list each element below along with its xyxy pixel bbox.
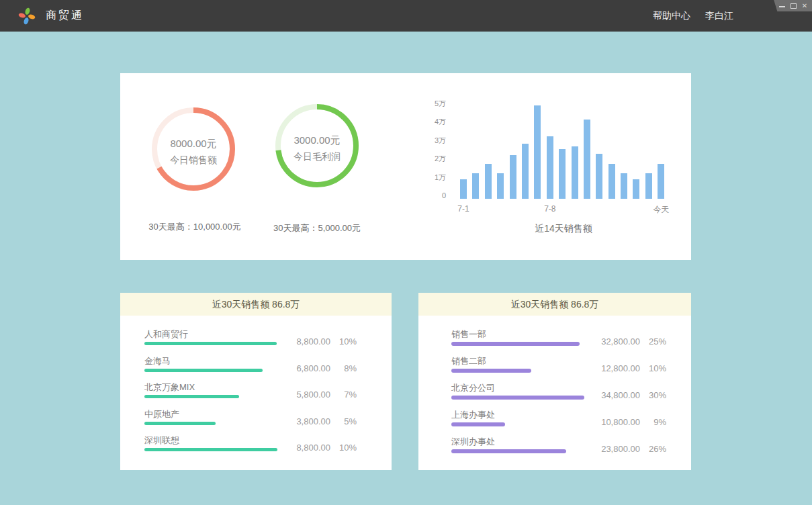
item-label: 金海马	[144, 355, 171, 367]
department-ranking-card: 近30天销售额 86.8万 销售一部32,800.0025%销售二部12,800…	[418, 293, 691, 470]
close-icon: ✕	[802, 3, 807, 9]
item-values: 32,800.0025%	[592, 336, 666, 347]
item-progress-bar	[451, 396, 584, 400]
daily-bar	[621, 173, 627, 199]
y-tick-label: 2万	[435, 154, 446, 163]
daily-bar	[472, 173, 479, 199]
title-bar: 商贸通 帮助中心 李白江 ✕	[0, 0, 812, 32]
today-sales-label: 今日销售额	[152, 154, 235, 167]
y-axis: 5万4万3万2万1万0	[430, 93, 446, 199]
daily-bar	[485, 164, 492, 199]
item-values: 5,800.007%	[282, 389, 357, 400]
list-item: 中原地产3,800.005%	[144, 408, 357, 434]
window-controls: ✕	[773, 0, 812, 11]
list-item: 深圳办事处23,800.0026%	[451, 435, 666, 462]
today-profit-value: 3000.00元	[275, 134, 359, 147]
topbar-right: 帮助中心 李白江	[653, 10, 733, 22]
app-window: { "window": { "app_title": "商贸通", "help_…	[0, 0, 812, 505]
chart-title: 近14天销售额	[460, 223, 667, 235]
item-percent: 10%	[646, 363, 666, 373]
item-progress-bar	[451, 342, 580, 346]
item-amount: 5,800.00	[282, 389, 330, 400]
item-percent: 10%	[336, 443, 357, 453]
item-progress-bar	[451, 369, 531, 373]
item-amount: 6,800.00	[282, 363, 330, 373]
list-item: 北京分公司34,800.0030%	[451, 381, 666, 408]
daily-bar	[510, 155, 516, 199]
item-progress-bar	[144, 369, 263, 372]
item-label: 北京分公司	[451, 382, 495, 394]
item-percent: 9%	[646, 417, 666, 427]
item-progress-bar	[144, 422, 216, 425]
daily-bars	[460, 98, 667, 199]
daily-bar	[559, 149, 566, 199]
daily-bar	[608, 164, 615, 199]
today-profit-donut: 3000.00元 今日毛利润	[275, 104, 359, 187]
y-tick-label: 5万	[435, 99, 446, 108]
customer-ranking-card: 近30天销售额 86.8万 人和商贸行8,800.0010%金海马6,800.0…	[120, 293, 392, 470]
overview-card: 8000.00元 今日销售额 30天最高：10,000.00元 3000.00元…	[120, 73, 691, 260]
item-values: 8,800.0010%	[282, 336, 357, 347]
minimize-button[interactable]	[778, 2, 785, 10]
item-values: 3,800.005%	[282, 416, 357, 426]
list-item: 人和商贸行8,800.0010%	[144, 328, 357, 355]
close-button[interactable]: ✕	[801, 2, 808, 10]
list-item: 上海办事处10,800.009%	[451, 408, 666, 435]
pinwheel-logo-icon	[18, 7, 36, 25]
x-tick-label: 今天	[653, 204, 669, 216]
today-sales-value: 8000.00元	[152, 138, 235, 150]
minimize-icon	[779, 6, 785, 7]
daily-bar	[584, 120, 590, 199]
daily-bar	[497, 173, 504, 199]
item-percent: 25%	[646, 336, 666, 347]
daily-bar	[633, 179, 639, 199]
card-header: 近30天销售额 86.8万	[120, 293, 392, 316]
item-label: 北京万象MIX	[144, 381, 195, 394]
y-tick-label: 4万	[435, 117, 446, 126]
item-percent: 8%	[336, 363, 357, 373]
list-item: 销售二部12,800.0010%	[451, 355, 666, 381]
customer-list: 人和商贸行8,800.0010%金海马6,800.008%北京万象MIX5,80…	[120, 316, 392, 461]
item-label: 上海办事处	[451, 409, 495, 421]
maximize-button[interactable]	[790, 2, 797, 10]
app-title: 商贸通	[46, 9, 84, 23]
item-progress-bar	[144, 395, 239, 398]
item-progress-bar	[451, 422, 505, 426]
list-item: 深圳联想8,800.0010%	[144, 434, 357, 461]
daily-bar	[522, 144, 529, 199]
item-progress-bar	[144, 448, 277, 451]
item-amount: 8,800.00	[282, 336, 330, 347]
list-item: 金海马6,800.008%	[144, 355, 357, 381]
x-axis: 7-17-8今天	[460, 204, 667, 214]
item-label: 销售一部	[451, 328, 486, 340]
item-values: 12,800.0010%	[592, 363, 666, 373]
item-amount: 8,800.00	[282, 443, 330, 453]
daily-bar	[645, 173, 652, 199]
item-values: 8,800.0010%	[282, 443, 357, 453]
daily-sales-chart: 5万4万3万2万1万0 7-17-8今天 近14天销售额	[430, 93, 685, 234]
item-amount: 34,800.00	[592, 390, 640, 400]
item-label: 深圳联想	[144, 434, 179, 447]
item-label: 深圳办事处	[451, 436, 495, 448]
help-center-link[interactable]: 帮助中心	[653, 10, 690, 22]
item-values: 34,800.0030%	[592, 390, 666, 400]
item-values: 23,800.0026%	[592, 444, 666, 454]
item-percent: 5%	[336, 416, 357, 426]
item-percent: 7%	[336, 389, 357, 400]
item-percent: 30%	[646, 390, 666, 400]
maximize-icon	[791, 3, 797, 9]
item-progress-bar	[451, 449, 566, 453]
x-tick-label: 7-1	[457, 204, 469, 214]
item-values: 6,800.008%	[282, 363, 357, 373]
y-tick-label: 3万	[435, 136, 446, 145]
item-values: 10,800.009%	[592, 417, 666, 427]
item-amount: 32,800.00	[592, 336, 640, 347]
item-amount: 3,800.00	[282, 416, 330, 426]
user-menu[interactable]: 李白江	[705, 10, 733, 22]
item-label: 中原地产	[144, 408, 179, 420]
list-item: 北京万象MIX5,800.007%	[144, 381, 357, 408]
item-amount: 23,800.00	[592, 444, 640, 454]
card-header: 近30天销售额 86.8万	[418, 293, 691, 316]
item-label: 人和商贸行	[144, 328, 188, 340]
item-percent: 10%	[336, 336, 357, 347]
